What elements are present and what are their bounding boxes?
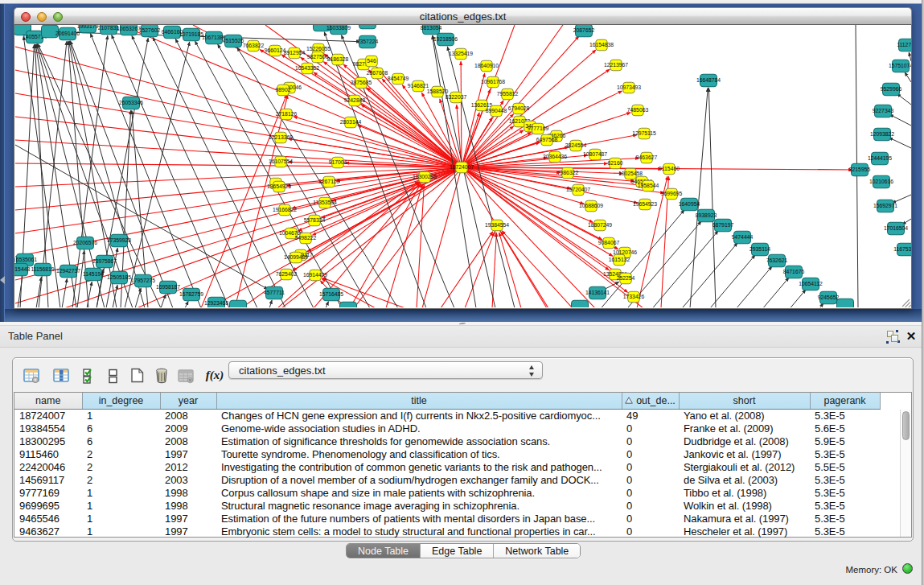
tab-network-table[interactable]: Network Table [494, 544, 580, 558]
graph-edge[interactable] [112, 35, 229, 307]
table-cell[interactable]: Estimation of the future numbers of pati… [216, 512, 622, 525]
new-table-button[interactable] [127, 364, 148, 386]
table-cell[interactable]: Tourette syndrome. Phenomenology and cla… [216, 447, 622, 460]
graph-edge[interactable] [502, 231, 573, 307]
table-cell[interactable]: 2008 [160, 409, 216, 422]
graph-node[interactable] [572, 300, 589, 307]
table-cell[interactable]: Dudbridge et al. (2008) [679, 435, 810, 447]
graph-edge[interactable] [909, 52, 911, 61]
graph-edge[interactable] [15, 167, 462, 303]
table-cell[interactable]: 0 [622, 460, 679, 473]
table-cell[interactable]: Stergiakouli et al. (2012) [679, 460, 810, 473]
table-cell[interactable]: 1998 [160, 499, 216, 512]
vertical-scrollbar[interactable] [900, 410, 911, 537]
table-cell[interactable]: 0 [622, 473, 679, 486]
graph-edge[interactable] [294, 117, 462, 167]
graph-edge[interactable] [682, 243, 737, 307]
table-row[interactable]: 977716911998Corpus callosum shape and si… [14, 486, 880, 499]
table-cell[interactable]: 1997 [160, 512, 216, 525]
graph-edge[interactable] [15, 93, 462, 167]
graph-edge[interactable] [893, 195, 911, 203]
table-cell[interactable]: Changes of HCN gene expression and I(f) … [216, 409, 622, 422]
table-cell[interactable]: 9699695 [14, 499, 82, 512]
graph-node[interactable] [837, 299, 854, 307]
table-cell[interactable]: 19384554 [14, 422, 82, 435]
table-cell[interactable]: Tibbo et al. (1998) [679, 486, 810, 499]
network-graph[interactable]: 1405571420691406199317921078311065326715… [14, 25, 911, 307]
table-cell[interactable]: 9465546 [14, 512, 82, 525]
table-cell[interactable]: 1997 [160, 447, 216, 460]
memory-status-icon[interactable] [902, 563, 913, 574]
table-cell[interactable]: 9463627 [14, 525, 82, 538]
graph-edge[interactable] [653, 231, 718, 307]
graph-edge[interactable] [499, 233, 521, 307]
table-cell[interactable]: 5.3E-5 [810, 473, 880, 486]
table-cell[interactable]: 0 [622, 435, 679, 447]
close-panel-icon[interactable]: ✕ [904, 329, 918, 344]
column-header-out_de[interactable]: out_de... [622, 393, 679, 409]
table-cell[interactable]: 0 [622, 486, 679, 499]
table-cell[interactable]: 0 [622, 499, 679, 512]
network-canvas[interactable]: 1405571420691406199317921078311065326715… [14, 25, 912, 309]
table-row[interactable]: 1456911722003Disruption of a novel membe… [14, 473, 880, 486]
scrollbar-thumb[interactable] [902, 411, 910, 440]
graph-edge[interactable] [462, 167, 641, 185]
table-row[interactable]: 969969511998Structural magnetic resonanc… [14, 499, 880, 512]
table-row[interactable]: 1938455462009Genome-wide association stu… [14, 422, 880, 435]
graph-edge[interactable] [889, 114, 911, 126]
table-row[interactable]: 1830029562008Estimation of significance … [14, 435, 880, 447]
table-cell[interactable]: Hescheler et al. (1997) [679, 525, 810, 538]
column-header-name[interactable]: name [14, 393, 82, 409]
table-cell[interactable]: Structural magnetic resonance image aver… [216, 499, 622, 512]
table-cell[interactable]: 1 [82, 409, 160, 422]
column-header-pagerank[interactable]: pagerank [810, 393, 880, 409]
graph-edge[interactable] [77, 250, 84, 307]
table-cell[interactable]: 22420046 [14, 460, 82, 473]
table-cell[interactable]: 5.5E-5 [810, 460, 880, 473]
table-cell[interactable]: 0 [622, 525, 679, 538]
graph-edge[interactable] [710, 255, 755, 307]
graph-edge[interactable] [461, 62, 462, 168]
graph-edge[interactable] [905, 72, 911, 82]
table-cell[interactable]: 1998 [160, 486, 216, 499]
graph-edge[interactable] [708, 89, 716, 308]
table-cell[interactable]: 5.3E-5 [810, 409, 880, 422]
table-row[interactable]: 946554611997Estimation of the future num… [14, 512, 880, 525]
graph-edge[interactable] [737, 266, 772, 307]
table-cell[interactable]: 6 [82, 435, 160, 447]
table-cell[interactable]: 1997 [160, 525, 216, 538]
graph-edge[interactable] [62, 278, 67, 307]
table-cell[interactable]: 1 [82, 486, 160, 499]
graph-edge[interactable] [501, 232, 548, 307]
table-cell[interactable]: 2008 [160, 435, 216, 447]
graph-edge[interactable] [269, 300, 272, 307]
table-cell[interactable]: Franke et al. (2009) [679, 422, 810, 435]
graph-edge[interactable] [185, 302, 188, 307]
table-cell[interactable]: Disruption of a novel member of a sodium… [216, 473, 622, 486]
table-cell[interactable]: Yano et al. (2008) [679, 409, 810, 422]
table-cell[interactable]: 5.3E-5 [810, 525, 880, 538]
graph-edge[interactable] [326, 302, 328, 307]
column-header-title[interactable]: title [216, 393, 622, 409]
table-cell[interactable]: 5.3E-5 [810, 512, 880, 525]
table-cell[interactable]: 6 [82, 422, 160, 435]
graph-edge[interactable] [462, 73, 485, 167]
graph-edge[interactable] [382, 79, 462, 167]
table-cell[interactable]: de Silva et al. (2003) [679, 473, 810, 486]
graph-edge[interactable] [417, 185, 424, 308]
table-cell[interactable]: 2 [82, 473, 160, 486]
table-cell[interactable]: 9777169 [14, 486, 82, 499]
table-cell[interactable]: 2 [82, 447, 160, 460]
graph-edge[interactable] [277, 182, 419, 307]
column-header-year[interactable]: year [160, 393, 216, 409]
table-cell[interactable]: 5.3E-5 [810, 499, 880, 512]
table-cell[interactable]: 0 [622, 422, 679, 435]
table-cell[interactable]: Genome-wide association studies in ADHD. [216, 422, 622, 435]
table-cell[interactable]: Investigating the contribution of common… [216, 460, 622, 473]
select-columns-button[interactable] [77, 364, 98, 386]
table-cell[interactable]: Embryonic stem cells: a model to study s… [216, 525, 622, 538]
table-cell[interactable]: Nakamura et al. (1997) [679, 512, 810, 525]
delete-table-button[interactable] [151, 364, 172, 386]
table-cell[interactable]: 1 [82, 525, 160, 538]
table-row[interactable]: 946362711997Embryonic stem cells: a mode… [14, 525, 880, 538]
